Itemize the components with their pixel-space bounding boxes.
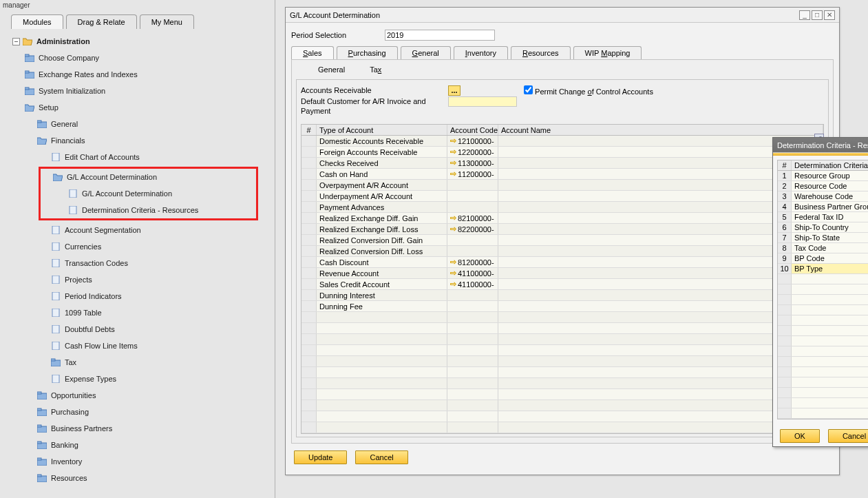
tree-currencies[interactable]: Currencies xyxy=(0,238,275,255)
permit-change-checkbox[interactable] xyxy=(524,85,533,94)
modal-titlebar[interactable]: Determination Criteria - Resources _ □ ✕ xyxy=(773,138,868,153)
modal-ok-button[interactable]: OK xyxy=(780,429,820,443)
table-row[interactable] xyxy=(301,356,823,367)
table-row[interactable]: Cash on Hand⇨11200000- xyxy=(301,169,823,180)
tree-transaction-codes[interactable]: Transaction Codes xyxy=(0,255,275,271)
tree-banking[interactable]: Banking xyxy=(0,437,275,453)
table-row[interactable]: Underpayment A/R Account xyxy=(301,191,823,202)
row-code[interactable] xyxy=(447,345,498,355)
criteria-row[interactable]: 8Tax Code xyxy=(778,243,868,253)
tree-tax[interactable]: Tax xyxy=(0,354,275,371)
row-code[interactable] xyxy=(447,323,498,333)
row-code[interactable] xyxy=(447,411,498,422)
row-code[interactable] xyxy=(447,356,498,366)
tree-period-indicators[interactable]: Period Indicators xyxy=(0,288,275,304)
tree-exchange-rates[interactable]: Exchange Rates and Indexes xyxy=(0,66,275,83)
row-code[interactable]: ⇨82200000- xyxy=(447,224,498,234)
table-row[interactable]: Revenue Account⇨41100000- xyxy=(301,268,823,279)
table-row[interactable]: Cash Discount⇨81200000- xyxy=(301,257,823,268)
row-code[interactable]: ⇨12200000- xyxy=(447,147,498,157)
row-code[interactable]: ⇨11200000- xyxy=(447,169,498,179)
grid-header-type[interactable]: Type of Account xyxy=(317,125,447,135)
link-arrow-icon[interactable]: ⇨ xyxy=(450,214,456,222)
criteria-row[interactable]: 9BP Code xyxy=(778,253,868,264)
tab-sales[interactable]: Sales xyxy=(291,46,334,59)
tab-my-menu[interactable]: My Menu xyxy=(140,14,194,29)
tree-choose-company[interactable]: Choose Company xyxy=(0,50,275,66)
criteria-row[interactable]: 10BP Type xyxy=(778,264,868,274)
row-code[interactable] xyxy=(447,312,498,322)
tree-financials[interactable]: Financials xyxy=(0,132,275,149)
criteria-row[interactable] xyxy=(778,315,868,326)
tab-wip-mapping[interactable]: WIP Mapping xyxy=(573,46,642,59)
criteria-row[interactable] xyxy=(778,398,868,408)
table-row[interactable]: Realized Conversion Diff. Loss xyxy=(301,246,823,257)
criteria-row[interactable] xyxy=(778,336,868,346)
table-row[interactable]: Realized Exchange Diff. Loss⇨82200000- xyxy=(301,224,823,235)
criteria-row[interactable] xyxy=(778,284,868,295)
table-row[interactable] xyxy=(301,400,823,411)
row-code[interactable] xyxy=(447,367,498,377)
tree-account-segmentation[interactable]: Account Segmentation xyxy=(0,222,275,238)
criteria-header-criteria[interactable]: Determination Criteria xyxy=(792,160,868,170)
table-row[interactable]: Payment Advances xyxy=(301,202,823,213)
table-row[interactable]: Domestic Accounts Receivable⇨12100000- xyxy=(301,136,823,147)
table-row[interactable]: Realized Exchange Diff. Gain⇨82100000- xyxy=(301,213,823,224)
tree-business-partners[interactable]: Business Partners xyxy=(0,420,275,437)
table-row[interactable]: Dunning Interest xyxy=(301,290,823,301)
row-code[interactable]: ⇨81200000- xyxy=(447,257,498,267)
link-arrow-icon[interactable]: ⇨ xyxy=(450,225,456,234)
default-customer-input[interactable] xyxy=(448,96,517,107)
tree-1099-table[interactable]: 1099 Table xyxy=(0,304,275,321)
tree-resources[interactable]: Resources xyxy=(0,470,275,486)
row-code[interactable] xyxy=(447,246,498,256)
link-arrow-icon[interactable]: ⇨ xyxy=(450,258,456,267)
criteria-header-num[interactable]: # xyxy=(778,160,792,170)
tree-gl-determination-folder[interactable]: G/L Account Determination xyxy=(41,169,256,185)
link-arrow-icon[interactable]: ⇨ xyxy=(450,158,456,167)
tree-cash-flow-line-items[interactable]: Cash Flow Line Items xyxy=(0,338,275,354)
subtab-tax[interactable]: Tax xyxy=(357,64,394,75)
cancel-button[interactable]: Cancel xyxy=(355,450,407,464)
subtab-general[interactable]: General xyxy=(306,64,357,75)
tab-resources[interactable]: Resources xyxy=(511,46,571,59)
tree-administration[interactable]: – Administration xyxy=(0,33,275,50)
update-button[interactable]: Update xyxy=(294,450,347,464)
tree-doubtful-debts[interactable]: Doubtful Debts xyxy=(0,321,275,338)
criteria-row[interactable] xyxy=(778,408,868,419)
criteria-row[interactable]: 4Business Partner Group xyxy=(778,202,868,212)
grid-header-name[interactable]: Account Name xyxy=(498,125,823,135)
link-arrow-icon[interactable]: ⇨ xyxy=(450,136,456,145)
table-row[interactable] xyxy=(301,323,823,334)
row-code[interactable] xyxy=(447,202,498,212)
link-arrow-icon[interactable]: ⇨ xyxy=(450,269,456,278)
table-row[interactable]: Dunning Fee xyxy=(301,301,823,312)
tree-system-init[interactable]: System Initialization xyxy=(0,83,275,99)
criteria-row[interactable] xyxy=(778,388,868,398)
criteria-row[interactable]: 2Resource Code xyxy=(778,181,868,191)
row-code[interactable] xyxy=(447,400,498,411)
tab-general[interactable]: General xyxy=(401,46,451,59)
tab-drag-relate[interactable]: Drag & Relate xyxy=(66,14,137,29)
tab-inventory[interactable]: Inventory xyxy=(454,46,508,59)
criteria-row[interactable]: 1Resource Group xyxy=(778,171,868,181)
row-code[interactable] xyxy=(447,290,498,300)
table-row[interactable]: Realized Conversion Diff. Gain xyxy=(301,235,823,246)
tab-purchasing[interactable]: Purchasing xyxy=(337,46,398,59)
criteria-row[interactable] xyxy=(778,326,868,336)
table-row[interactable] xyxy=(301,312,823,323)
table-row[interactable] xyxy=(301,422,823,433)
grid-header-num[interactable]: # xyxy=(301,125,317,135)
tree-general[interactable]: General xyxy=(0,116,275,132)
row-code[interactable] xyxy=(447,301,498,311)
grid-header-code[interactable]: Account Code xyxy=(447,125,498,135)
tree-opportunities[interactable]: Opportunities xyxy=(0,387,275,404)
criteria-row[interactable] xyxy=(778,305,868,315)
criteria-row[interactable]: 3Warehouse Code xyxy=(778,191,868,202)
criteria-row[interactable]: 7Ship-To State xyxy=(778,233,868,243)
table-row[interactable] xyxy=(301,389,823,400)
tree-determination-criteria[interactable]: Determination Criteria - Resources xyxy=(41,202,256,218)
criteria-row[interactable]: 5Federal Tax ID xyxy=(778,212,868,222)
row-code[interactable] xyxy=(447,422,498,433)
criteria-row[interactable]: 6Ship-To Country xyxy=(778,222,868,233)
